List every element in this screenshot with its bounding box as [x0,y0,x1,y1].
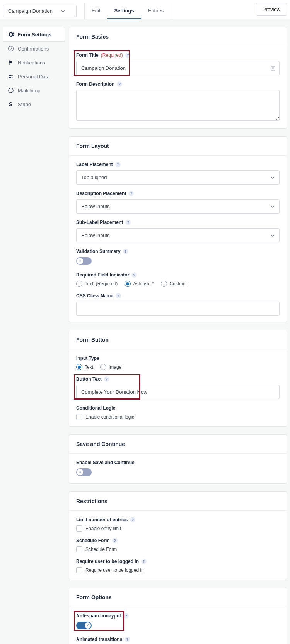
form-selector-label: Campaign Donation [8,8,53,14]
main-settings: Form Basics Form Title (Required) ? [69,27,287,644]
radio-required-custom[interactable]: Custom: [161,281,187,287]
tabs: Edit Settings Entries [84,3,171,19]
flag-icon [8,59,14,66]
save-continue-toggle[interactable] [76,468,92,476]
require-login-checkbox[interactable] [76,567,82,573]
radio-input-image[interactable]: Image [100,364,121,370]
panel-form-button: Form Button Input Type Text Image Button… [69,330,287,427]
conditional-logic-text: Enable conditional logic [85,414,134,420]
tag-icon [270,66,276,71]
sidebar-item-confirmations[interactable]: Confirmations [3,42,65,56]
help-icon[interactable]: ? [125,220,131,225]
content: Form Settings Confirmations Notification… [0,19,290,644]
panel-heading: Form Options [69,588,287,607]
users-icon [8,73,14,80]
form-title-input[interactable] [76,61,280,75]
sidebar-item-label: Confirmations [18,46,49,52]
preview-button[interactable]: Preview [256,3,287,16]
panel-form-basics: Form Basics Form Title (Required) ? [69,27,287,129]
svg-point-2 [11,75,13,76]
panel-heading: Form Basics [69,27,287,46]
conditional-logic-checkbox[interactable] [76,414,82,420]
sidebar-item-form-settings[interactable]: Form Settings [3,27,65,42]
form-selector-dropdown[interactable]: Campaign Donation [3,5,77,17]
anti-spam-toggle[interactable] [76,622,92,629]
validation-summary-toggle[interactable] [76,257,92,265]
radio-icon [125,281,131,287]
radio-required-asterisk[interactable]: Asterisk: * [125,281,154,287]
label-placement-select[interactable]: Top aligned [76,170,280,185]
svg-point-1 [9,75,11,76]
sublabel-placement-label: Sub-Label Placement? [76,220,280,225]
sidebar-item-mailchimp[interactable]: Mailchimp [3,83,65,97]
sublabel-placement-select[interactable]: Below inputs [76,228,280,242]
radio-icon [76,364,82,370]
panel-form-options: Form Options Anti-spam honeypot? Animate… [69,588,287,644]
help-icon[interactable]: ? [123,613,129,619]
help-icon[interactable]: ? [128,191,134,196]
chevron-down-icon [61,9,65,14]
description-placement-label: Description Placement? [76,191,280,196]
form-description-input[interactable] [76,90,280,121]
radio-input-text[interactable]: Text [76,364,93,370]
help-icon[interactable]: ? [125,637,130,642]
help-icon[interactable]: ? [112,538,118,543]
panel-restrictions: Restrictions Limit number of entries? En… [69,491,287,580]
sidebar-item-label: Stripe [18,102,31,107]
check-circle-icon [8,46,14,52]
animated-transitions-label: Animated transitions? [76,637,280,642]
help-icon[interactable]: ? [115,162,121,167]
help-icon[interactable]: ? [130,517,135,522]
limit-entries-checkbox[interactable] [76,525,82,532]
help-icon[interactable]: ? [123,249,128,254]
sidebar-item-personal-data[interactable]: Personal Data [3,69,65,83]
svg-point-0 [9,46,14,51]
tab-settings[interactable]: Settings [107,3,141,19]
svg-point-3 [9,88,13,93]
panel-heading: Form Layout [69,137,287,156]
button-text-input[interactable] [76,385,280,399]
panel-heading: Form Button [69,330,287,349]
sidebar-item-stripe[interactable]: S Stripe [3,97,65,111]
tab-edit[interactable]: Edit [85,3,107,19]
css-class-input[interactable] [76,302,280,316]
panel-save-continue: Save and Continue Enable Save and Contin… [69,434,287,484]
button-text-label: Button Text? [76,376,280,382]
stripe-icon: S [8,101,14,107]
gear-icon [8,31,14,37]
sidebar-item-label: Notifications [18,60,45,66]
sidebar-item-label: Mailchimp [18,88,41,93]
input-type-label: Input Type [76,356,280,361]
description-placement-select[interactable]: Below inputs [76,199,280,214]
radio-icon [100,364,106,370]
radio-icon [76,281,82,287]
sidebar-item-label: Form Settings [18,32,51,37]
help-icon[interactable]: ? [131,272,137,278]
label-placement-label: Label Placement? [76,162,280,167]
limit-entries-label: Limit number of entries? [76,517,280,522]
enable-save-continue-label: Enable Save and Continue [76,460,280,465]
mailchimp-icon [8,87,14,93]
schedule-form-label: Schedule Form? [76,538,280,543]
help-icon[interactable]: ? [125,53,131,58]
settings-sidebar: Form Settings Confirmations Notification… [3,27,65,644]
top-bar: Campaign Donation Edit Settings Entries … [0,0,290,19]
schedule-form-checkbox[interactable] [76,546,82,552]
help-icon[interactable]: ? [117,81,122,87]
panel-form-layout: Form Layout Label Placement? Top aligned… [69,136,287,322]
tab-entries[interactable]: Entries [141,3,171,19]
form-title-label: Form Title (Required) ? [76,53,280,58]
anti-spam-label: Anti-spam honeypot? [76,613,280,619]
conditional-logic-label: Conditional Logic [76,405,280,411]
sidebar-item-label: Personal Data [18,74,49,80]
svg-text:S: S [9,101,12,107]
radio-required-text[interactable]: Text: (Required) [76,281,118,287]
panel-heading: Save and Continue [69,435,287,454]
help-icon[interactable]: ? [104,376,109,382]
svg-point-5 [11,90,12,90]
require-login-label: Require user to be logged in? [76,559,280,564]
help-icon[interactable]: ? [141,559,147,564]
sidebar-item-notifications[interactable]: Notifications [3,56,65,69]
radio-icon [161,281,167,287]
help-icon[interactable]: ? [116,293,121,298]
